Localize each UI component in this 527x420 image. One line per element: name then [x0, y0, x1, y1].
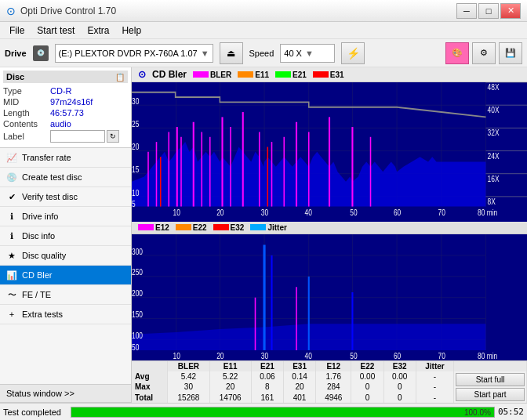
disc-label-row: Label ↻: [3, 130, 128, 143]
svg-text:40: 40: [305, 208, 312, 217]
label-refresh-button[interactable]: ↻: [107, 130, 119, 143]
menu-help[interactable]: Help: [115, 24, 147, 38]
svg-text:15: 15: [132, 166, 139, 175]
sidebar-item-drive-info[interactable]: ℹ Drive info: [0, 207, 131, 226]
row-total-e22: 0: [351, 393, 383, 403]
legend2-jitter: Jitter: [250, 223, 286, 232]
svg-text:150: 150: [132, 310, 143, 319]
svg-text:50: 50: [132, 342, 139, 352]
legend2-e12: E12: [138, 223, 169, 232]
menu-extra[interactable]: Extra: [81, 24, 115, 38]
row-max-e12: 284: [316, 382, 351, 392]
svg-text:50: 50: [350, 208, 357, 217]
svg-text:200: 200: [132, 288, 143, 298]
row-total-jitter: -: [416, 393, 453, 403]
legend2-e32: E32: [213, 223, 245, 232]
svg-text:300: 300: [132, 246, 143, 255]
toolbar: Drive 💿 (E:) PLEXTOR DVDR PX-760A 1.07 ▼…: [0, 39, 527, 67]
row-total-e12: 4946: [316, 393, 351, 403]
row-max-e22: 0: [351, 382, 383, 392]
svg-text:30: 30: [261, 350, 268, 360]
sidebar-item-create-test-disc[interactable]: 💿 Create test disc: [0, 168, 131, 187]
close-button[interactable]: ✕: [500, 3, 521, 19]
sidebar-item-disc-info[interactable]: ℹ Disc info: [0, 226, 131, 246]
row-avg-e31: 0.14: [283, 371, 315, 382]
disc-panel-header: Disc 📋: [3, 71, 128, 83]
disc-mid-row: MID 97m24s16f: [3, 97, 128, 107]
menu-starttest[interactable]: Start test: [31, 24, 81, 38]
svg-text:10: 10: [173, 208, 180, 217]
speed-select[interactable]: 40 X ▼: [280, 44, 335, 63]
maximize-button[interactable]: □: [478, 3, 499, 19]
create-disc-icon: 💿: [6, 172, 17, 183]
disc-contents-row: Contents audio: [3, 119, 128, 129]
extra-tests-icon: +: [6, 309, 17, 320]
sidebar-item-extra-tests[interactable]: + Extra tests: [0, 305, 131, 324]
settings-button[interactable]: ⚙: [472, 42, 496, 64]
status-text: Test completed: [3, 407, 67, 417]
eject-button[interactable]: ⏏: [220, 42, 243, 64]
chart1-header: ⊙ CD Bler BLER E11 E21 E31: [132, 67, 527, 82]
drive-label: Drive: [5, 49, 27, 58]
sidebar-item-verify-test-disc[interactable]: ✔ Verify test disc: [0, 187, 131, 207]
start-part-button[interactable]: Start part: [456, 388, 525, 401]
start-full-button[interactable]: Start full: [456, 373, 525, 386]
row-total-bler: 15268: [168, 393, 209, 403]
legend2-e22: E22: [176, 223, 207, 232]
menu-file[interactable]: File: [3, 24, 31, 38]
col-header-bler: BLER: [168, 361, 209, 371]
legend-e31: E31: [313, 71, 344, 79]
disc-label-input[interactable]: [50, 130, 105, 143]
row-total-e31: 401: [283, 393, 315, 403]
svg-text:16X: 16X: [488, 175, 500, 183]
fe-te-icon: 〜: [6, 289, 17, 300]
drive-icon: 💿: [33, 45, 49, 61]
color-button[interactable]: 🎨: [445, 42, 469, 64]
statusbar: Test completed 100.0% 05:52: [0, 403, 527, 420]
row-max-bler: 30: [168, 382, 209, 392]
row-avg-jitter: -: [416, 371, 453, 382]
menubar: File Start test Extra Help: [0, 22, 527, 39]
save-button[interactable]: 💾: [499, 42, 522, 64]
row-max-e11: 20: [209, 382, 251, 392]
svg-text:48X: 48X: [488, 83, 500, 92]
progress-bar: [71, 407, 494, 417]
minimize-button[interactable]: ─: [456, 3, 477, 19]
drive-select[interactable]: (E:) PLEXTOR DVDR PX-760A 1.07 ▼: [55, 44, 213, 63]
sidebar-item-transfer-rate[interactable]: 📈 Transfer rate: [0, 148, 131, 168]
table-header-row: BLER E11 E21 E31 E12 E22 E32 Jitter: [132, 361, 527, 371]
disc-type: CD-R: [50, 86, 72, 96]
main-area: Disc 📋 Type CD-R MID 97m24s16f Length 46…: [0, 67, 527, 403]
svg-text:20: 20: [216, 350, 224, 360]
svg-text:5: 5: [132, 200, 136, 208]
svg-text:60: 60: [394, 350, 401, 360]
row-avg-e22: 0.00: [351, 371, 383, 382]
drive-info-icon: ℹ: [6, 211, 17, 222]
svg-text:8X: 8X: [488, 197, 496, 206]
progress-bar-container: 100.0%: [71, 407, 495, 418]
col-header-e31: E31: [283, 361, 315, 371]
app-title: Opti Drive Control 1.70: [20, 5, 116, 16]
sidebar-item-cd-bler[interactable]: 📊 CD Bler: [0, 266, 131, 285]
svg-text:20: 20: [132, 143, 139, 152]
row-max-jitter: -: [416, 382, 453, 392]
sidebar-item-disc-quality[interactable]: ★ Disc quality: [0, 246, 131, 266]
row-avg-e12: 1.76: [316, 371, 351, 382]
svg-text:250: 250: [132, 267, 143, 277]
col-header-e32: E32: [383, 361, 416, 371]
chart1-svg: 30 25 20 15 10 5 10 20 30 40 50 60 70 80…: [132, 82, 527, 222]
status-window-button[interactable]: Status window >>: [0, 384, 131, 403]
results-table: BLER E11 E21 E31 E12 E22 E32 Jitter Avg: [132, 361, 527, 403]
svg-text:40: 40: [305, 350, 312, 360]
speed-icon-button[interactable]: ⚡: [341, 42, 365, 64]
verify-disc-icon: ✔: [6, 191, 17, 202]
svg-text:40X: 40X: [488, 107, 500, 115]
svg-text:10: 10: [132, 189, 139, 197]
disc-length-row: Length 46:57.73: [3, 108, 128, 118]
row-total-e32: 0: [383, 393, 416, 403]
row-total-e11: 14706: [209, 393, 251, 403]
col-header-e22: E22: [351, 361, 383, 371]
chart1-title: CD Bler: [152, 69, 187, 80]
sidebar-item-fe-te[interactable]: 〜 FE / TE: [0, 285, 131, 305]
svg-text:80 min: 80 min: [478, 350, 497, 360]
